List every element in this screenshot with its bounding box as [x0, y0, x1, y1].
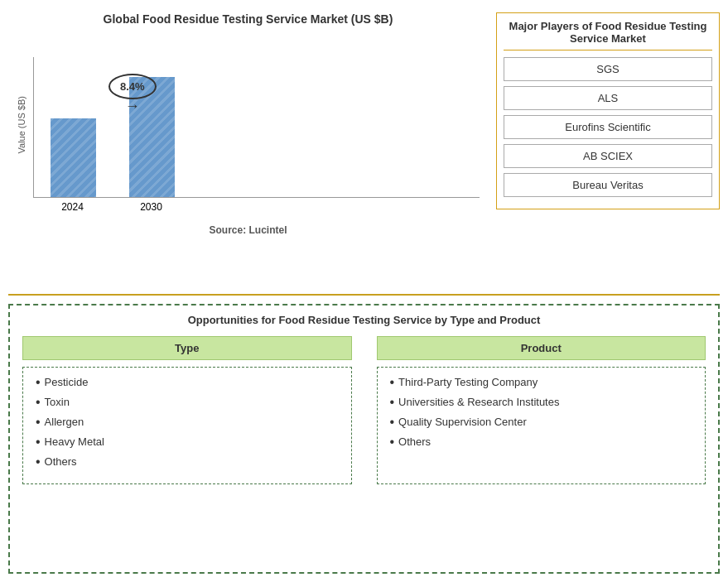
bar-2024	[51, 118, 96, 197]
bar-group-2024	[51, 118, 96, 197]
type-item-heavymetal: • Heavy Metal	[36, 435, 339, 449]
y-axis-label: Value (US $B)	[17, 96, 27, 154]
top-section: Global Food Residue Testing Service Mark…	[8, 8, 720, 290]
cagr-arrow: →	[125, 98, 140, 115]
product-item-others-label: Others	[398, 435, 431, 448]
type-header: Type	[22, 336, 352, 360]
bullet-universities: •	[390, 396, 395, 409]
chart-area: Global Food Residue Testing Service Mark…	[8, 8, 488, 290]
chart-plot: 8.4% → 2024 2030	[33, 51, 480, 216]
product-item-universities: • Universities & Research Institutes	[390, 396, 693, 409]
divider	[8, 294, 720, 296]
x-label-2030: 2030	[128, 201, 174, 213]
product-item-quality-label: Quality Supervision Center	[398, 416, 527, 428]
chart-wrapper: Value (US $B) 8.4% →	[17, 34, 480, 216]
cagr-annotation: 8.4% →	[108, 74, 157, 115]
type-item-toxin-label: Toxin	[45, 396, 70, 408]
type-column: Type • Pesticide • Toxin • Allergen	[22, 336, 352, 484]
type-item-toxin: • Toxin	[36, 396, 339, 409]
source-text: Source: Lucintel	[209, 224, 287, 236]
bottom-section: Opportunities for Food Residue Testing S…	[8, 304, 720, 574]
bullet-others-product: •	[390, 435, 395, 449]
bullet-thirdparty: •	[390, 376, 395, 389]
major-players-title: Major Players of Food Residue Testing Se…	[504, 20, 712, 51]
x-axis-labels: 2024 2030	[33, 198, 480, 216]
bars-row: 8.4% →	[33, 57, 480, 198]
player-sgs: SGS	[504, 57, 712, 81]
type-item-pesticide-label: Pesticide	[45, 376, 89, 388]
player-eurofins: Eurofins Scientific	[504, 115, 712, 139]
type-items: • Pesticide • Toxin • Allergen • Heavy M…	[22, 367, 352, 484]
type-item-others: • Others	[36, 455, 339, 469]
bullet-heavymetal: •	[36, 435, 41, 449]
product-column: Product • Third-Party Testing Company • …	[377, 336, 706, 484]
player-absciex: AB SCIEX	[504, 144, 712, 168]
type-item-others-label: Others	[45, 455, 77, 468]
product-item-universities-label: Universities & Research Institutes	[398, 396, 559, 408]
product-items: • Third-Party Testing Company • Universi…	[377, 367, 706, 484]
cagr-label: 8.4%	[108, 74, 157, 99]
player-bureau: Bureau Veritas	[504, 173, 712, 197]
bullet-pesticide: •	[36, 376, 41, 389]
product-item-thirdparty: • Third-Party Testing Company	[390, 376, 693, 389]
bullet-allergen: •	[36, 416, 41, 429]
product-item-others: • Others	[390, 435, 693, 449]
bullet-quality: •	[390, 416, 395, 429]
type-item-allergen-label: Allergen	[45, 416, 84, 428]
x-label-2024: 2024	[50, 201, 95, 213]
major-players-area: Major Players of Food Residue Testing Se…	[496, 12, 720, 209]
type-item-pesticide: • Pesticide	[36, 376, 339, 389]
main-container: Global Food Residue Testing Service Mark…	[0, 0, 728, 582]
type-item-allergen: • Allergen	[36, 416, 339, 429]
player-als: ALS	[504, 86, 712, 110]
columns-wrapper: Type • Pesticide • Toxin • Allergen	[22, 336, 706, 484]
bullet-others-type: •	[36, 455, 41, 469]
opportunities-title: Opportunities for Food Residue Testing S…	[22, 314, 706, 326]
chart-title: Global Food Residue Testing Service Mark…	[104, 12, 393, 26]
product-item-quality: • Quality Supervision Center	[390, 416, 693, 429]
type-item-heavymetal-label: Heavy Metal	[45, 435, 104, 448]
product-header: Product	[377, 336, 706, 360]
product-item-thirdparty-label: Third-Party Testing Company	[398, 376, 538, 388]
bullet-toxin: •	[36, 396, 41, 409]
